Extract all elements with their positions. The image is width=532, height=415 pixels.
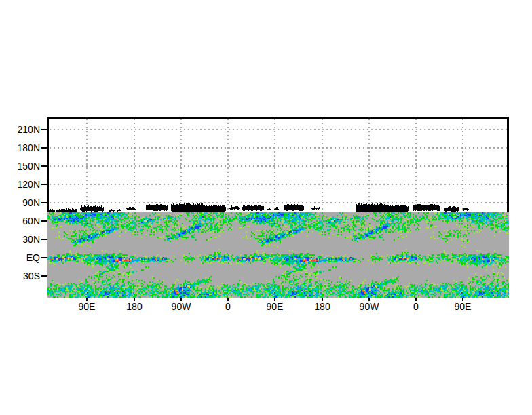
- y-gridline-150N: [50, 165, 507, 167]
- field-raster: [48, 201, 509, 298]
- y-axis-tick-120N: [41, 184, 48, 185]
- plot-frame-left: [47, 117, 49, 212]
- y-gridline-120N: [50, 184, 507, 185]
- x-gridline-3: [227, 119, 229, 212]
- x-axis-label-3: 0: [206, 301, 250, 312]
- y-axis-label-210N: 210N: [0, 124, 40, 135]
- x-gridline-6: [368, 119, 370, 212]
- x-gridline-0: [86, 119, 88, 212]
- y-axis-tick-EQ: [41, 257, 48, 258]
- x-axis-label-4: 90E: [253, 301, 297, 312]
- x-axis-label-1: 180: [113, 301, 156, 312]
- y-gridline-180N: [50, 147, 507, 149]
- x-gridline-7: [415, 119, 417, 212]
- x-axis-label-7: 0: [394, 301, 438, 312]
- y-axis-label-150N: 150N: [0, 161, 40, 172]
- y-axis-label-30N: 30N: [0, 234, 40, 245]
- y-axis-tick-150N: [41, 165, 48, 167]
- x-gridline-1: [134, 119, 135, 212]
- y-axis-label-90N: 90N: [0, 197, 40, 208]
- y-axis-tick-30S: [41, 275, 48, 277]
- y-axis-label-30S: 30S: [0, 271, 40, 281]
- y-axis-tick-90N: [41, 202, 48, 203]
- plot-frame-top: [47, 117, 509, 119]
- y-axis-label-60N: 60N: [0, 216, 40, 226]
- y-axis-label-EQ: EQ: [0, 252, 40, 263]
- x-gridline-2: [180, 119, 182, 212]
- x-axis-label-0: 90E: [65, 301, 109, 312]
- x-gridline-5: [322, 119, 323, 212]
- y-axis-tick-180N: [41, 147, 48, 149]
- y-axis-label-180N: 180N: [0, 142, 40, 153]
- x-gridline-8: [462, 119, 463, 212]
- y-axis-tick-30N: [41, 239, 48, 240]
- x-axis-label-5: 180: [301, 301, 344, 312]
- y-axis-label-120N: 120N: [0, 179, 40, 190]
- map-plot: 210N180N150N120N90N60N30NEQ30S90E18090W0…: [0, 0, 532, 415]
- x-gridline-4: [274, 119, 276, 212]
- x-axis-label-2: 90W: [159, 301, 203, 312]
- x-axis-label-8: 90E: [441, 301, 484, 312]
- x-axis-label-6: 90W: [347, 301, 391, 312]
- y-axis-tick-60N: [41, 220, 48, 222]
- y-axis-tick-210N: [41, 129, 48, 130]
- plot-frame-right: [507, 117, 509, 214]
- y-gridline-210N: [50, 129, 507, 130]
